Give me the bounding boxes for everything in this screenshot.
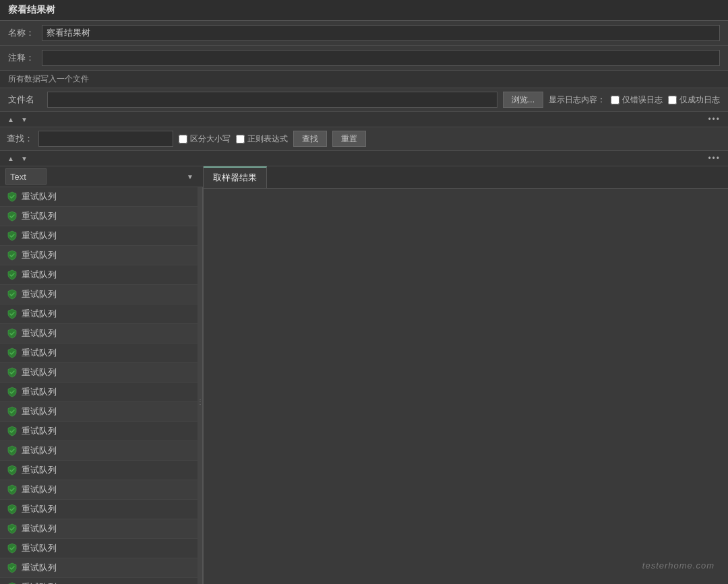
dropdown-arrow-icon: ▼	[187, 173, 193, 181]
arrow-up-btn-2[interactable]: ▲	[5, 154, 16, 163]
search-row: 查找： 区分大小写 正则表达式 查找 重置	[0, 127, 728, 151]
arrow-up-btn-1[interactable]: ▲	[5, 115, 16, 124]
file-label: 文件名	[8, 94, 42, 106]
shield-success-icon	[7, 445, 18, 456]
shield-success-icon	[7, 543, 18, 554]
error-log-checkbox-label[interactable]: 仅错误日志	[611, 94, 663, 106]
tree-item[interactable]: 重试队列	[0, 480, 198, 500]
shield-success-icon	[7, 406, 18, 417]
shield-success-icon	[7, 504, 18, 515]
success-log-checkbox-label[interactable]: 仅成功日志	[668, 94, 720, 106]
tree-item[interactable]: 重试队列	[0, 578, 198, 584]
tree-item[interactable]: 重试队列	[0, 207, 198, 226]
shield-success-icon	[7, 348, 18, 358]
file-row: 文件名 浏览... 显示日志内容： 仅错误日志 仅成功日志	[0, 88, 728, 112]
tree-item-label: 重试队列	[22, 269, 57, 281]
tree-item[interactable]: 重试队列	[0, 500, 198, 519]
right-panel: 取样器结果	[204, 166, 728, 584]
comment-label: 注释：	[8, 52, 42, 64]
shield-success-icon	[7, 211, 18, 222]
right-panel-content	[204, 189, 728, 584]
shield-success-icon	[7, 328, 18, 339]
case-sensitive-label[interactable]: 区分大小写	[179, 133, 231, 145]
shield-success-icon	[7, 191, 18, 202]
shield-success-icon	[7, 367, 18, 378]
tree-item[interactable]: 重试队列	[0, 265, 198, 285]
tree-item-label: 重试队列	[22, 308, 57, 320]
tree-item[interactable]: 重试队列	[0, 324, 198, 344]
tree-item-label: 重试队列	[22, 327, 57, 339]
success-log-checkbox[interactable]	[668, 96, 677, 104]
shield-success-icon	[7, 250, 18, 261]
type-dropdown[interactable]: Text RegExp Tester	[5, 168, 47, 185]
shield-success-icon	[7, 562, 18, 573]
tree-item[interactable]: 重试队列	[0, 187, 198, 207]
tab-sampler-result[interactable]: 取样器结果	[204, 166, 267, 188]
all-data-section: 所有数据写入一个文件	[0, 71, 728, 88]
case-sensitive-checkbox[interactable]	[179, 135, 187, 143]
left-panel: Text RegExp Tester ▼ 重试队列重试队列重试队列重试队列重试队…	[0, 166, 204, 584]
tree-item-label: 重试队列	[22, 230, 57, 242]
tree-item[interactable]: 重试队列	[0, 402, 198, 422]
shield-success-icon	[7, 426, 18, 436]
tree-list[interactable]: 重试队列重试队列重试队列重试队列重试队列重试队列重试队列重试队列重试队列重试队列…	[0, 187, 198, 584]
shield-success-icon	[7, 484, 18, 495]
find-button[interactable]: 查找	[293, 131, 327, 147]
right-panel-tabs: 取样器结果	[204, 166, 728, 189]
left-panel-header: Text RegExp Tester ▼	[0, 166, 203, 187]
tree-item[interactable]: 重试队列	[0, 519, 198, 539]
name-row: 名称：	[0, 21, 728, 46]
search-label: 查找：	[7, 133, 33, 145]
reset-button[interactable]: 重置	[332, 131, 366, 147]
regex-checkbox[interactable]	[236, 135, 245, 143]
tree-item-label: 重试队列	[22, 464, 57, 476]
name-input[interactable]	[42, 25, 720, 41]
tree-item[interactable]: 重试队列	[0, 461, 198, 480]
shield-success-icon	[7, 387, 18, 397]
drag-dots-icon: ⋮	[197, 398, 204, 405]
shield-success-icon	[7, 465, 18, 476]
type-dropdown-wrapper: Text RegExp Tester ▼	[5, 168, 198, 185]
name-label: 名称：	[8, 27, 42, 39]
tree-item-label: 重试队列	[22, 523, 57, 535]
comment-input[interactable]	[42, 50, 720, 66]
file-input[interactable]	[47, 92, 497, 108]
shield-success-icon	[7, 289, 18, 300]
shield-success-icon	[7, 309, 18, 319]
tree-item-label: 重试队列	[22, 386, 57, 398]
tree-item[interactable]: 重试队列	[0, 246, 198, 265]
tree-item-label: 重试队列	[22, 210, 57, 222]
tree-item[interactable]: 重试队列	[0, 383, 198, 402]
tree-item[interactable]: 重试队列	[0, 344, 198, 363]
tree-item[interactable]: 重试队列	[0, 304, 198, 324]
divider-row-2: ▲ ▼ •••	[0, 151, 728, 166]
regex-label[interactable]: 正则表达式	[236, 133, 288, 145]
tree-item[interactable]: 重试队列	[0, 539, 198, 558]
tree-item[interactable]: 重试队列	[0, 363, 198, 383]
main-content: Text RegExp Tester ▼ 重试队列重试队列重试队列重试队列重试队…	[0, 166, 728, 584]
tree-item-label: 重试队列	[22, 581, 57, 584]
arrow-down-btn-2[interactable]: ▼	[19, 154, 30, 163]
browse-button[interactable]: 浏览...	[503, 92, 543, 108]
tree-item-label: 重试队列	[22, 562, 57, 574]
tree-item-label: 重试队列	[22, 503, 57, 515]
drag-handle[interactable]: ⋮	[198, 187, 203, 584]
shield-success-icon	[7, 230, 18, 241]
tree-item-label: 重试队列	[22, 445, 57, 457]
tree-item[interactable]: 重试队列	[0, 558, 198, 578]
arrow-down-btn-1[interactable]: ▼	[19, 115, 30, 124]
shield-success-icon	[7, 523, 18, 534]
tree-item[interactable]: 重试队列	[0, 285, 198, 304]
tree-item[interactable]: 重试队列	[0, 441, 198, 461]
divider-row-1: ▲ ▼ •••	[0, 112, 728, 127]
display-log-label: 显示日志内容：	[549, 94, 605, 106]
tree-item[interactable]: 重试队列	[0, 226, 198, 246]
tree-item[interactable]: 重试队列	[0, 422, 198, 441]
search-input[interactable]	[38, 131, 173, 147]
error-log-checkbox[interactable]	[611, 96, 619, 104]
shield-success-icon	[7, 269, 18, 280]
tree-item-label: 重试队列	[22, 347, 57, 359]
more-options-btn-2[interactable]: •••	[706, 153, 723, 164]
tree-item-label: 重试队列	[22, 405, 57, 418]
more-options-btn-1[interactable]: •••	[706, 114, 723, 125]
